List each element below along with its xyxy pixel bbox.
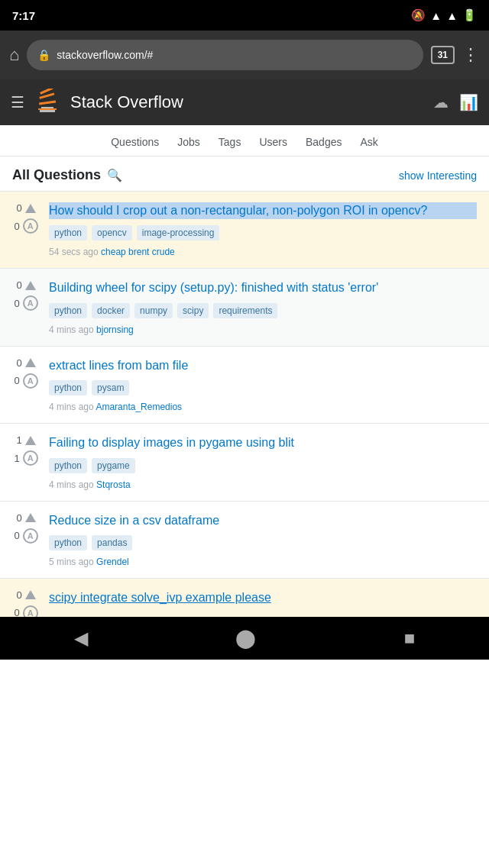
- tag[interactable]: docker: [92, 303, 130, 318]
- q-title[interactable]: Reduce size in a csv dataframe: [49, 512, 477, 529]
- upvote-icon: [25, 281, 36, 290]
- tag[interactable]: pysam: [92, 380, 129, 395]
- nav-ask[interactable]: Ask: [360, 136, 377, 148]
- q-content: Failing to display images in pygame usin…: [49, 434, 477, 489]
- achievements-icon[interactable]: 📊: [459, 93, 478, 111]
- vote-row: 0: [16, 357, 35, 369]
- questions-header: All Questions 🔍 show Interesting: [0, 156, 489, 192]
- tab-count[interactable]: 31: [431, 46, 455, 64]
- nav-badges[interactable]: Badges: [306, 136, 342, 148]
- url-bar[interactable]: 🔒 stackoverflow.com/#: [27, 40, 423, 70]
- q-title[interactable]: scipy integrate solve_ivp example please: [49, 589, 477, 606]
- answer-count: 0: [14, 530, 19, 541]
- show-interesting[interactable]: show Interesting: [399, 169, 477, 182]
- answer-count: 0: [14, 298, 19, 309]
- answer-icon: A: [23, 528, 38, 544]
- tag[interactable]: opencv: [92, 225, 132, 240]
- q-meta: 4 mins ago bjornsing: [49, 324, 477, 335]
- q-author[interactable]: cheap brent crude: [101, 247, 175, 257]
- search-icon[interactable]: 🔍: [107, 168, 122, 182]
- nav-tags[interactable]: Tags: [219, 136, 241, 148]
- back-icon[interactable]: ◀: [74, 628, 88, 649]
- q-content: Building wheel for scipy (setup.py): fin…: [49, 279, 477, 334]
- svg-rect-2: [38, 108, 57, 110]
- vote-row: 0: [16, 512, 35, 524]
- answer-icon: A: [23, 450, 38, 466]
- browser-menu-icon[interactable]: ⋮: [462, 45, 480, 65]
- q-stats: 1 1 A: [12, 434, 40, 489]
- tag[interactable]: python: [49, 458, 87, 473]
- question-item: 0 0 A How should I crop out a non-rectan…: [0, 192, 489, 269]
- so-title: Stack Overflow: [70, 92, 424, 112]
- vote-row: 0: [16, 202, 35, 214]
- question-partial: 0 0A scipy integrate solve_ivp example p…: [0, 579, 489, 617]
- q-meta: 5 mins ago Grendel: [49, 557, 477, 567]
- bottom-nav: ◀ ⬤ ■: [0, 617, 489, 660]
- lock-icon: 🔒: [37, 49, 50, 61]
- recent-icon[interactable]: ■: [404, 628, 416, 649]
- vote-count: 0: [16, 279, 21, 291]
- q-title[interactable]: Building wheel for scipy (setup.py): fin…: [49, 279, 477, 296]
- vote-row: 1: [16, 434, 35, 446]
- q-content: scipy integrate solve_ivp example please: [49, 589, 477, 612]
- answer-row: 0 A: [14, 295, 37, 311]
- url-text: stackoverflow.com/#: [57, 49, 153, 61]
- tag[interactable]: pygame: [92, 458, 135, 473]
- q-tags: pythondockernumpyscipyrequirements: [49, 303, 477, 318]
- q-content: How should I crop out a non-rectangular,…: [49, 202, 477, 257]
- tag[interactable]: python: [49, 225, 87, 240]
- question-item: 1 1 A Failing to display images in pygam…: [0, 424, 489, 501]
- tag[interactable]: requirements: [213, 303, 277, 318]
- vote-count: 0: [16, 357, 21, 369]
- nav-users[interactable]: Users: [259, 136, 287, 148]
- q-author[interactable]: Grendel: [96, 557, 129, 567]
- question-item: 0 0 A Building wheel for scipy (setup.py…: [0, 269, 489, 346]
- q-stats: 0 0 A: [12, 279, 40, 334]
- question-item: 0 0 A Reduce size in a csv dataframe pyt…: [0, 502, 489, 579]
- q-author[interactable]: bjornsing: [96, 324, 134, 335]
- wifi-icon: ▲: [430, 9, 442, 22]
- q-title[interactable]: How should I crop out a non-rectangular,…: [49, 202, 477, 219]
- svg-rect-0: [40, 110, 55, 112]
- tag[interactable]: python: [49, 380, 87, 395]
- q-meta: 4 mins ago Amaranta_Remedios: [49, 402, 477, 412]
- answer-row: 0 A: [14, 218, 37, 234]
- questions-list: 0 0 A How should I crop out a non-rectan…: [0, 192, 489, 617]
- vote-count: 0: [16, 512, 21, 524]
- answer-icon: A: [23, 218, 38, 234]
- q-meta: 54 secs ago cheap brent crude: [49, 247, 477, 257]
- questions-title: All Questions 🔍: [12, 167, 122, 183]
- answer-count: 1: [14, 453, 19, 464]
- q-meta: 4 mins ago Stqrosta: [49, 479, 477, 490]
- q-stats: 0 0 A: [12, 512, 40, 567]
- tag[interactable]: pandas: [92, 535, 132, 550]
- home-nav-icon[interactable]: ⬤: [235, 628, 256, 649]
- q-author[interactable]: Amaranta_Remedios: [96, 402, 182, 412]
- upvote-icon: [25, 204, 36, 213]
- q-tags: pythonpysam: [49, 380, 477, 395]
- tag[interactable]: python: [49, 303, 87, 318]
- mute-icon: 🔕: [411, 8, 426, 22]
- q-stats: 0 0 A: [12, 357, 40, 412]
- answer-row: 0 A: [14, 528, 37, 544]
- nav-jobs[interactable]: Jobs: [177, 136, 200, 148]
- q-stats: 0 0 A: [12, 202, 40, 257]
- q-title[interactable]: extract lines from bam file: [49, 357, 477, 374]
- tag[interactable]: image-processing: [137, 225, 220, 240]
- answer-count: 0: [14, 375, 19, 386]
- answer-icon: A: [23, 295, 38, 311]
- q-title[interactable]: Failing to display images in pygame usin…: [49, 434, 477, 451]
- nav-questions[interactable]: Questions: [111, 136, 159, 148]
- upvote-icon: [25, 358, 36, 367]
- tag[interactable]: scipy: [177, 303, 209, 318]
- svg-rect-3: [39, 100, 56, 105]
- home-icon[interactable]: ⌂: [9, 45, 19, 65]
- tag[interactable]: numpy: [134, 303, 173, 318]
- so-header: ☰ Stack Overflow ☁ 📊: [0, 79, 489, 125]
- tag[interactable]: python: [49, 535, 87, 550]
- inbox-icon[interactable]: ☁: [433, 93, 449, 111]
- hamburger-menu-icon[interactable]: ☰: [11, 93, 24, 111]
- answer-count: 0: [14, 221, 19, 232]
- q-author[interactable]: Stqrosta: [96, 479, 131, 490]
- q-tags: pythonpygame: [49, 458, 477, 473]
